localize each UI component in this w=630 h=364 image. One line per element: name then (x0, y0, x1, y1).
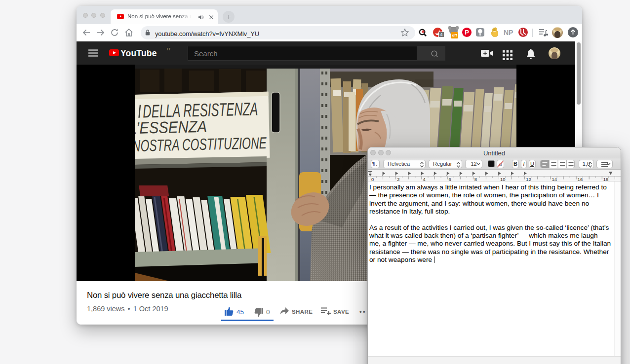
svg-text:0: 0 (371, 177, 374, 182)
svg-text:2: 2 (397, 177, 399, 182)
svg-text:18: 18 (603, 177, 609, 182)
svg-text:L’ESSENZA: L’ESSENZA (135, 117, 207, 138)
svg-text:6: 6 (449, 177, 451, 182)
svg-text:NOSTRA COSTITUZIONE: NOSTRA COSTITUZIONE (135, 134, 267, 155)
svg-text:8: 8 (474, 177, 477, 182)
svg-text:4: 4 (423, 177, 425, 182)
svg-text:10: 10 (500, 177, 506, 182)
svg-text:12: 12 (526, 177, 531, 182)
svg-text:14: 14 (551, 177, 557, 182)
svg-text:16: 16 (578, 177, 583, 182)
